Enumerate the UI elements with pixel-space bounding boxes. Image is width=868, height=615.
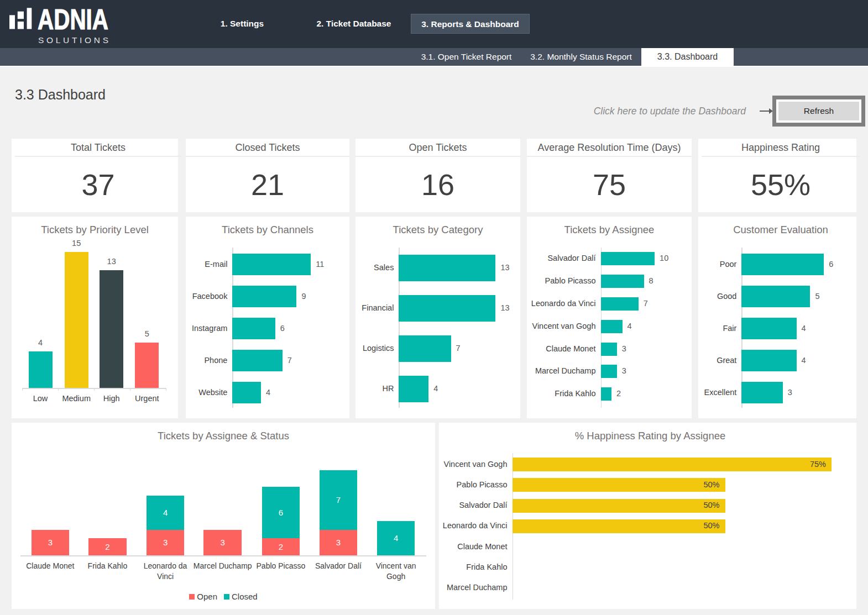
category-label: Poor — [698, 260, 736, 269]
subtab-monthly-status-report[interactable]: 3.2. Monthly Status Report — [526, 48, 636, 66]
axis-tick — [58, 388, 59, 391]
bar — [601, 320, 623, 333]
tab-reports-dashboard[interactable]: 3. Reports & Dashboard — [411, 14, 530, 34]
category-label: Good — [698, 292, 736, 301]
kpi-label: Total Tickets — [15, 139, 181, 157]
category-label: Financial — [355, 303, 394, 312]
bar — [135, 343, 159, 388]
category-label: Marcel Duchamp — [527, 366, 596, 375]
bar-value-label: 50% — [692, 501, 720, 509]
sub-navigation-bar: 3.1. Open Ticket Report 3.2. Monthly Sta… — [0, 48, 868, 67]
bar-value-label: 4 — [802, 356, 806, 365]
bar — [232, 286, 296, 307]
bar-value-label: 4 — [628, 322, 632, 330]
tab-ticket-database[interactable]: 2. Ticket Database — [310, 14, 398, 34]
bar-value-label: 50% — [692, 480, 720, 489]
category-label: E-mail — [186, 260, 227, 269]
segment-value-label: 6 — [262, 508, 300, 517]
kpi-card: Total Tickets 37 — [12, 139, 178, 212]
segment-value-label: 2 — [262, 542, 300, 551]
bar-value-label: 3 — [788, 388, 792, 397]
bar-value-label: 6 — [829, 260, 833, 269]
bar-value-label: 3 — [622, 366, 626, 375]
category-label: Marcel Duchamp — [439, 583, 508, 592]
legend: OpenClosed — [12, 592, 435, 601]
kpi-value: 21 — [186, 157, 349, 212]
chart-card-evaluation: Customer EvaluationPoor6Good5Fair4Great4… — [698, 217, 856, 418]
segment-value-label: 7 — [320, 495, 358, 504]
bar — [29, 351, 53, 388]
kpi-label: Happiness Rating — [702, 139, 860, 157]
category-label: Vincent van Gogh — [439, 460, 508, 469]
tagline-text: SOLUTIONS — [38, 35, 108, 45]
bar-value-label: 13 — [500, 303, 509, 312]
bar-value-label: 4 — [266, 388, 270, 397]
legend-item: Open — [189, 592, 217, 601]
bar — [232, 382, 261, 403]
bar-chart-icon — [9, 8, 32, 29]
adnia-logo: ADNIA SOLUTIONS — [0, 5, 122, 49]
refresh-button[interactable]: Refresh — [772, 96, 865, 127]
subtab-open-ticket-report[interactable]: 3.1. Open Ticket Report — [416, 48, 517, 66]
bar-value-label: 50% — [692, 521, 720, 530]
tab-settings[interactable]: 1. Settings — [210, 14, 274, 34]
category-label: Leonardo da Vinci — [527, 299, 596, 308]
bar-value-label: 7 — [456, 344, 461, 353]
legend-swatch — [189, 594, 195, 600]
bar — [100, 270, 123, 388]
category-label: Sales — [355, 263, 394, 272]
category-label: Excellent — [698, 388, 736, 397]
page-title: 3.3 Dashboard — [15, 87, 106, 103]
bar-value-label: 13 — [88, 257, 134, 266]
category-label: Facebook — [186, 292, 227, 301]
kpi-label: Closed Tickets — [186, 139, 349, 157]
category-label: Pablo Picasso — [439, 480, 508, 489]
segment-value-label: 4 — [377, 533, 415, 543]
bar-value-label: 11 — [316, 260, 324, 269]
bar — [601, 275, 644, 288]
legend-label: Open — [197, 592, 217, 601]
chart-title: Tickets by Priority Level — [12, 224, 178, 236]
bar-value-label: 7 — [644, 299, 648, 308]
chart-title: Customer Evaluation — [702, 224, 860, 236]
bar — [741, 254, 824, 275]
bar — [741, 382, 782, 403]
bar-value-label: 3 — [622, 344, 626, 353]
segment-value-label: 3 — [203, 538, 242, 547]
bar — [232, 350, 282, 371]
axis-tick — [130, 388, 130, 391]
bar — [741, 350, 796, 371]
bar-value-label: 7 — [287, 356, 292, 365]
bar-value-label: 4 — [433, 384, 438, 393]
chart-card-status: Tickets by Assignee & Status3Claude Mone… — [12, 423, 435, 609]
category-label: Salvador Dalí — [527, 254, 596, 262]
refresh-hint-text: Click here to update the Dashboard — [594, 106, 746, 117]
bar-value-label: 4 — [802, 324, 806, 333]
chart-title: Tickets by Assignee — [527, 224, 692, 236]
bar-value-label: 75% — [798, 460, 826, 469]
category-label: Urgent — [124, 394, 170, 403]
bar — [601, 297, 639, 311]
legend-label: Closed — [232, 592, 258, 601]
bar-value-label: 6 — [280, 324, 285, 333]
kpi-card: Happiness Rating 55% — [698, 139, 856, 212]
category-label: Vincent van — [357, 561, 435, 570]
bar — [399, 335, 451, 362]
subtab-dashboard[interactable]: 3.3. Dashboard — [641, 48, 734, 66]
bar — [601, 252, 655, 265]
axis-tick — [22, 388, 23, 391]
bar-value-label: 2 — [616, 389, 621, 398]
category-label: Claude Monet — [527, 344, 596, 353]
category-label: Phone — [186, 356, 227, 365]
segment-value-label: 3 — [320, 538, 358, 547]
legend-item: Closed — [224, 592, 258, 601]
bar — [601, 343, 617, 356]
kpi-card: Open Tickets 16 — [355, 139, 520, 212]
bar — [65, 252, 88, 388]
bar — [601, 365, 617, 378]
bar-value-label: 5 — [815, 292, 819, 301]
segment-value-label: 3 — [32, 538, 70, 547]
chart-card-happiness: % Happiness Rating by AssigneeVincent va… — [439, 423, 856, 609]
kpi-value: 75 — [527, 157, 692, 212]
chart-card-channels: Tickets by ChannelsE-mail11Facebook9Inst… — [186, 217, 349, 418]
